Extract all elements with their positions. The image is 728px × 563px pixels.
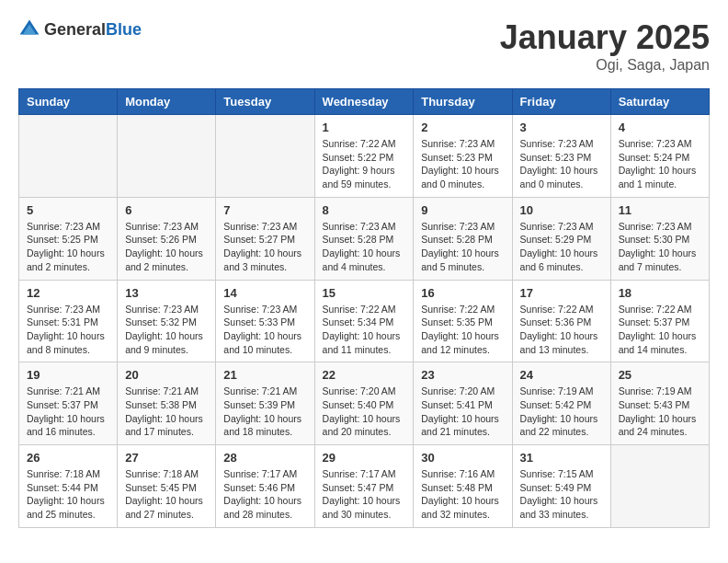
- calendar-cell: 19Sunrise: 7:21 AM Sunset: 5:37 PM Dayli…: [19, 362, 118, 445]
- calendar-cell: 28Sunrise: 7:17 AM Sunset: 5:46 PM Dayli…: [216, 445, 314, 528]
- logo-icon: [18, 18, 40, 40]
- day-info: Sunrise: 7:22 AM Sunset: 5:22 PM Dayligh…: [323, 137, 406, 191]
- day-info: Sunrise: 7:23 AM Sunset: 5:27 PM Dayligh…: [223, 220, 306, 274]
- logo-text-general: General: [44, 20, 106, 39]
- day-info: Sunrise: 7:22 AM Sunset: 5:34 PM Dayligh…: [323, 303, 406, 357]
- day-info: Sunrise: 7:22 AM Sunset: 5:35 PM Dayligh…: [421, 303, 504, 357]
- day-number: 24: [520, 368, 603, 382]
- weekday-header-monday: Monday: [118, 89, 216, 115]
- day-number: 29: [323, 451, 406, 465]
- day-number: 6: [125, 203, 208, 217]
- day-number: 17: [520, 286, 603, 300]
- day-number: 11: [619, 203, 701, 217]
- calendar-cell: 7Sunrise: 7:23 AM Sunset: 5:27 PM Daylig…: [216, 197, 314, 280]
- day-number: 5: [27, 203, 109, 217]
- calendar-week-1: 1Sunrise: 7:22 AM Sunset: 5:22 PM Daylig…: [19, 115, 710, 198]
- calendar-cell: 13Sunrise: 7:23 AM Sunset: 5:32 PM Dayli…: [118, 280, 216, 362]
- calendar-cell: 5Sunrise: 7:23 AM Sunset: 5:25 PM Daylig…: [19, 197, 118, 280]
- day-info: Sunrise: 7:23 AM Sunset: 5:32 PM Dayligh…: [125, 303, 208, 357]
- calendar-cell: 22Sunrise: 7:20 AM Sunset: 5:40 PM Dayli…: [314, 362, 414, 445]
- calendar-cell: 6Sunrise: 7:23 AM Sunset: 5:26 PM Daylig…: [118, 197, 216, 280]
- day-number: 1: [323, 121, 406, 134]
- calendar-cell: 2Sunrise: 7:23 AM Sunset: 5:23 PM Daylig…: [414, 115, 512, 198]
- calendar-week-4: 19Sunrise: 7:21 AM Sunset: 5:37 PM Dayli…: [19, 362, 710, 445]
- calendar-cell: 17Sunrise: 7:22 AM Sunset: 5:36 PM Dayli…: [512, 280, 610, 362]
- calendar-cell: 20Sunrise: 7:21 AM Sunset: 5:38 PM Dayli…: [118, 362, 216, 445]
- day-info: Sunrise: 7:18 AM Sunset: 5:45 PM Dayligh…: [125, 467, 208, 522]
- calendar-cell: 26Sunrise: 7:18 AM Sunset: 5:44 PM Dayli…: [19, 445, 118, 528]
- day-number: 20: [125, 368, 208, 382]
- day-number: 22: [323, 368, 406, 382]
- page-header: GeneralBlue January 2025 Ogi, Saga, Japa…: [18, 18, 710, 74]
- day-info: Sunrise: 7:22 AM Sunset: 5:36 PM Dayligh…: [520, 303, 603, 357]
- day-info: Sunrise: 7:23 AM Sunset: 5:29 PM Dayligh…: [520, 220, 603, 274]
- day-number: 13: [125, 286, 208, 300]
- day-number: 4: [619, 121, 701, 134]
- day-info: Sunrise: 7:19 AM Sunset: 5:42 PM Dayligh…: [520, 385, 603, 439]
- day-info: Sunrise: 7:16 AM Sunset: 5:48 PM Dayligh…: [421, 467, 504, 522]
- calendar-cell: 29Sunrise: 7:17 AM Sunset: 5:47 PM Dayli…: [314, 445, 414, 528]
- day-info: Sunrise: 7:20 AM Sunset: 5:40 PM Dayligh…: [323, 385, 406, 439]
- day-info: Sunrise: 7:22 AM Sunset: 5:37 PM Dayligh…: [619, 303, 701, 357]
- day-info: Sunrise: 7:21 AM Sunset: 5:38 PM Dayligh…: [125, 385, 208, 439]
- day-info: Sunrise: 7:23 AM Sunset: 5:23 PM Dayligh…: [520, 137, 603, 191]
- day-info: Sunrise: 7:23 AM Sunset: 5:23 PM Dayligh…: [421, 137, 504, 191]
- calendar-cell: 3Sunrise: 7:23 AM Sunset: 5:23 PM Daylig…: [512, 115, 610, 198]
- logo-text-blue: Blue: [106, 20, 142, 39]
- day-info: Sunrise: 7:23 AM Sunset: 5:28 PM Dayligh…: [421, 220, 504, 274]
- calendar-week-3: 12Sunrise: 7:23 AM Sunset: 5:31 PM Dayli…: [19, 280, 710, 362]
- calendar-cell: 4Sunrise: 7:23 AM Sunset: 5:24 PM Daylig…: [610, 115, 709, 198]
- weekday-header-row: SundayMondayTuesdayWednesdayThursdayFrid…: [19, 89, 710, 115]
- calendar-cell: 10Sunrise: 7:23 AM Sunset: 5:29 PM Dayli…: [512, 197, 610, 280]
- calendar-week-5: 26Sunrise: 7:18 AM Sunset: 5:44 PM Dayli…: [19, 445, 710, 528]
- weekday-header-tuesday: Tuesday: [216, 89, 314, 115]
- calendar-cell: 25Sunrise: 7:19 AM Sunset: 5:43 PM Dayli…: [610, 362, 709, 445]
- day-number: 21: [223, 368, 306, 382]
- day-number: 26: [27, 451, 109, 465]
- calendar-cell: 31Sunrise: 7:15 AM Sunset: 5:49 PM Dayli…: [512, 445, 610, 528]
- calendar-cell: [118, 115, 216, 198]
- weekday-header-sunday: Sunday: [19, 89, 118, 115]
- day-number: 31: [520, 451, 603, 465]
- day-info: Sunrise: 7:20 AM Sunset: 5:41 PM Dayligh…: [421, 385, 504, 439]
- calendar-cell: 11Sunrise: 7:23 AM Sunset: 5:30 PM Dayli…: [610, 197, 709, 280]
- day-info: Sunrise: 7:15 AM Sunset: 5:49 PM Dayligh…: [520, 467, 603, 522]
- location: Ogi, Saga, Japan: [500, 57, 710, 74]
- day-info: Sunrise: 7:17 AM Sunset: 5:47 PM Dayligh…: [323, 467, 406, 522]
- calendar-cell: 21Sunrise: 7:21 AM Sunset: 5:39 PM Dayli…: [216, 362, 314, 445]
- day-info: Sunrise: 7:21 AM Sunset: 5:39 PM Dayligh…: [223, 385, 306, 439]
- calendar-cell: 12Sunrise: 7:23 AM Sunset: 5:31 PM Dayli…: [19, 280, 118, 362]
- calendar-cell: 18Sunrise: 7:22 AM Sunset: 5:37 PM Dayli…: [610, 280, 709, 362]
- day-info: Sunrise: 7:17 AM Sunset: 5:46 PM Dayligh…: [223, 467, 306, 522]
- day-number: 8: [323, 203, 406, 217]
- day-info: Sunrise: 7:23 AM Sunset: 5:25 PM Dayligh…: [27, 220, 109, 274]
- calendar-cell: 16Sunrise: 7:22 AM Sunset: 5:35 PM Dayli…: [414, 280, 512, 362]
- weekday-header-saturday: Saturday: [610, 89, 709, 115]
- day-number: 3: [520, 121, 603, 134]
- calendar-cell: 23Sunrise: 7:20 AM Sunset: 5:41 PM Dayli…: [414, 362, 512, 445]
- day-number: 16: [421, 286, 504, 300]
- calendar-cell: 8Sunrise: 7:23 AM Sunset: 5:28 PM Daylig…: [314, 197, 414, 280]
- calendar-cell: [19, 115, 118, 198]
- day-number: 28: [223, 451, 306, 465]
- title-block: January 2025 Ogi, Saga, Japan: [500, 18, 710, 74]
- day-number: 7: [223, 203, 306, 217]
- calendar-cell: [216, 115, 314, 198]
- weekday-header-friday: Friday: [512, 89, 610, 115]
- day-info: Sunrise: 7:21 AM Sunset: 5:37 PM Dayligh…: [27, 385, 109, 439]
- calendar-cell: 14Sunrise: 7:23 AM Sunset: 5:33 PM Dayli…: [216, 280, 314, 362]
- month-title: January 2025: [500, 18, 710, 57]
- calendar-cell: 27Sunrise: 7:18 AM Sunset: 5:45 PM Dayli…: [118, 445, 216, 528]
- day-number: 19: [27, 368, 109, 382]
- day-number: 15: [323, 286, 406, 300]
- calendar-cell: 9Sunrise: 7:23 AM Sunset: 5:28 PM Daylig…: [414, 197, 512, 280]
- day-info: Sunrise: 7:23 AM Sunset: 5:28 PM Dayligh…: [323, 220, 406, 274]
- calendar-week-2: 5Sunrise: 7:23 AM Sunset: 5:25 PM Daylig…: [19, 197, 710, 280]
- day-number: 25: [619, 368, 701, 382]
- calendar-cell: 1Sunrise: 7:22 AM Sunset: 5:22 PM Daylig…: [314, 115, 414, 198]
- day-info: Sunrise: 7:23 AM Sunset: 5:30 PM Dayligh…: [619, 220, 701, 274]
- day-info: Sunrise: 7:23 AM Sunset: 5:26 PM Dayligh…: [125, 220, 208, 274]
- day-number: 27: [125, 451, 208, 465]
- logo: GeneralBlue: [18, 18, 142, 40]
- calendar-cell: 15Sunrise: 7:22 AM Sunset: 5:34 PM Dayli…: [314, 280, 414, 362]
